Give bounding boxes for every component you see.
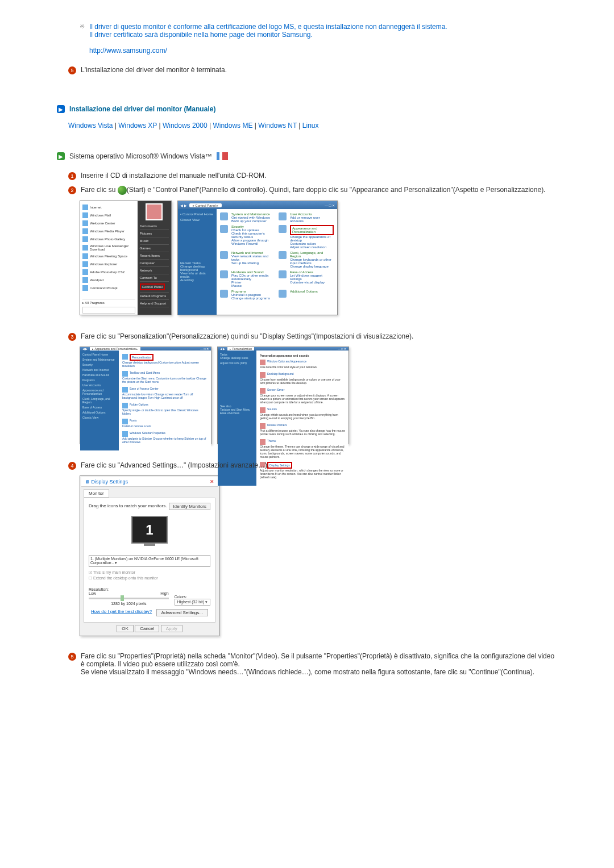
res-low: Low	[89, 591, 96, 595]
ds-drag-text: Drag the icons to match your monitors.	[89, 503, 167, 508]
cp-side-classic: Classic View	[180, 218, 214, 222]
cp-sidebar: • Control Panel Home Classic View Recent…	[178, 209, 217, 315]
step2a: Fare clic su	[81, 186, 118, 194]
note-line2: Il driver certificato sarà disponibile n…	[89, 31, 313, 39]
step5b: Se viene visualizzato il messaggio "Wind…	[81, 668, 534, 676]
resolution-value: 1280 by 1024 pixels	[89, 602, 169, 606]
res-high: High	[160, 591, 168, 595]
step2b: (Start) e "Control Panel"(Pannello di co…	[127, 186, 546, 194]
step1-text: Inserire il CD di installazione del manu…	[81, 172, 557, 180]
cp-titlebar: ◀ ▶ ▸ Control Panel ▸ — □ ✕	[178, 201, 337, 209]
start-orb-icon	[118, 186, 127, 195]
link-w2000[interactable]: Windows 2000	[163, 122, 208, 130]
samsung-url-link[interactable]: http://www.samsung.com/	[89, 47, 167, 55]
close-icon[interactable]: ✕	[210, 479, 214, 485]
bullet-1-marker: 1	[68, 172, 76, 180]
apply-button[interactable]: Apply	[161, 625, 182, 632]
best-display-help-link[interactable]: How do I get the best display?	[91, 609, 152, 616]
step5-intro-text: L'installazione del driver del monitor è…	[81, 66, 557, 74]
link-xp[interactable]: Windows XP	[118, 122, 157, 130]
all-programs-label: All Programs	[85, 301, 104, 304]
control-panel-screenshot: ◀ ▶ ▸ Control Panel ▸ — □ ✕ • Control Pa…	[177, 201, 338, 315]
ds-title: Display Settings	[92, 479, 128, 485]
appearance-screenshot: ◀ ▶ ▸ Appearance and Personalization ▸ —…	[80, 347, 211, 444]
bullet-2-marker: 2	[68, 186, 76, 194]
green-arrow-icon: ▶	[57, 152, 65, 160]
link-nt[interactable]: Windows NT	[258, 122, 297, 130]
cp-address: Control Panel	[195, 204, 215, 207]
pw-heading: Personalize appearance and sounds	[260, 354, 345, 357]
bullet-3-marker: 3	[68, 333, 76, 341]
dialog-icon: 🖥	[85, 479, 90, 485]
monitor-dropdown[interactable]: 1. (Multiple Monitors) on NVIDIA GeForce…	[89, 555, 210, 567]
start-menu-screenshot: InternetWindows MailWelcome CenterWindow…	[80, 201, 172, 315]
section-heading: Installazione del driver del monitor (Ma…	[69, 105, 215, 113]
advanced-settings-button[interactable]: Advanced Settings...	[156, 609, 208, 616]
monitor-number: 1	[146, 522, 153, 538]
display-settings-dialog: 🖥 Display Settings ✕ Monitor Identify Mo…	[80, 475, 219, 636]
note-text: Il driver di questo monitor è conforme a…	[89, 23, 557, 55]
chk-main-monitor[interactable]: ☑ This is my main monitor	[89, 570, 210, 575]
step4-text: Fare clic su "Advanced Settings…" (Impos…	[81, 461, 557, 469]
step2-text: Fare clic su (Start) e "Control Panel"(P…	[81, 186, 557, 195]
os-link-list: Windows Vista | Windows XP | Windows 200…	[57, 122, 557, 130]
personalization-screenshot: ◀ ▶ ▸ Personalization — □ ✕ Tasks Change…	[217, 347, 349, 444]
cp-categories: System and MaintenanceGet started with W…	[217, 209, 337, 315]
colors-dropdown[interactable]: Highest (32 bit) ▾	[175, 599, 210, 606]
flag-icon	[217, 152, 228, 160]
ap-sidebar: Control Panel HomeSystem and Maintenance…	[80, 350, 119, 450]
ok-button[interactable]: OK	[117, 625, 134, 632]
cp-side-home: Control Panel Home	[182, 212, 213, 216]
cancel-button[interactable]: Cancel	[135, 625, 159, 632]
resolution-label: Resolution:	[89, 587, 169, 591]
cp-recent-tasks: Change desktop background View info or d…	[180, 265, 214, 282]
monitor-preview-icon[interactable]: 1	[131, 516, 168, 544]
start-menu-right: DocumentsPicturesMusicGamesRecent ItemsC…	[138, 201, 171, 315]
identify-monitors-button[interactable]: Identify Monitors	[169, 503, 210, 510]
chk-extend-desktop[interactable]: ☐ Extend the desktop onto this monitor	[89, 576, 210, 581]
resolution-slider[interactable]	[89, 598, 169, 599]
step5-text: Fare clic su "Properties"(Proprietà) nel…	[81, 652, 557, 676]
note-marker: ※	[80, 23, 85, 30]
os-heading: Sistema operativo Microsoft® Windows Vis…	[69, 152, 212, 160]
link-me[interactable]: Windows ME	[213, 122, 252, 130]
arrow-bullet-icon: ▶	[57, 105, 65, 113]
ds-tab-monitor[interactable]: Monitor	[84, 489, 109, 498]
step3-text: Fare clic su "Personalization"(Personali…	[81, 332, 557, 340]
note-line1: Il driver di questo monitor è conforme a…	[89, 23, 447, 31]
step5a: Fare clic su "Properties"(Proprietà) nel…	[81, 652, 554, 668]
colors-label: Colors:	[175, 595, 210, 599]
start-menu-left: InternetWindows MailWelcome CenterWindow…	[80, 201, 138, 315]
link-linux[interactable]: Linux	[302, 122, 319, 130]
link-vista[interactable]: Windows Vista	[68, 122, 113, 130]
ap-main: PersonalizationChange desktop background…	[119, 350, 211, 450]
bullet-4-marker: 4	[68, 462, 76, 470]
bullet-5b-marker: 5	[68, 653, 76, 661]
bullet-5-marker: 5	[68, 66, 76, 74]
